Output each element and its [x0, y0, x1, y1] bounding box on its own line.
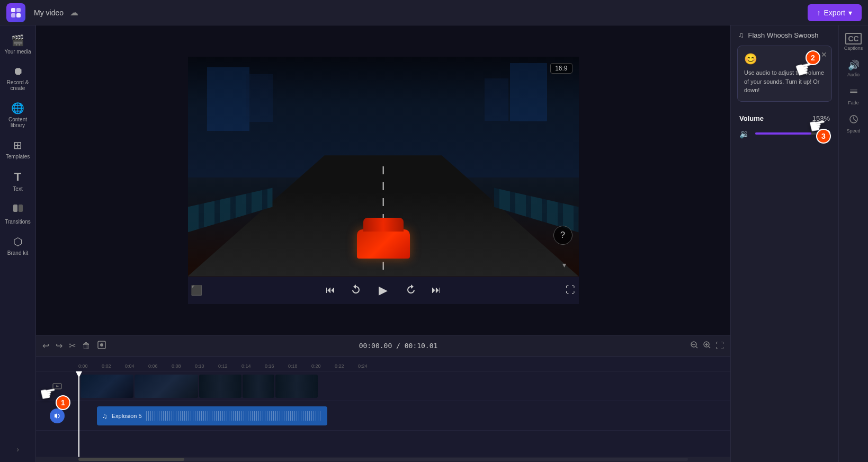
- ruler-mark: 0:06: [148, 363, 172, 369]
- subtitle-toggle-button[interactable]: ⬛: [188, 282, 205, 299]
- video-clip[interactable]: [199, 375, 241, 398]
- tooltip-panel: 😊 Use audio to adjust the volume of your…: [737, 46, 832, 102]
- sidebar-item-content-library[interactable]: 🌐 Content library: [2, 97, 34, 132]
- rewind-button[interactable]: [347, 282, 364, 299]
- save-icon[interactable]: ☁: [70, 7, 78, 17]
- svg-rect-4: [13, 205, 17, 212]
- sidebar-label-transitions: Transitions: [5, 219, 31, 225]
- ruler-mark: 0:18: [288, 363, 311, 369]
- aspect-ratio-badge: 16:9: [550, 63, 572, 74]
- zoom-out-button[interactable]: [690, 341, 699, 351]
- play-button[interactable]: ▶: [373, 280, 394, 301]
- timeline-area: ↩ ↪ ✂ 🗑 00:00.00 / 00:10.01: [36, 335, 730, 462]
- video-clip[interactable]: [275, 375, 318, 398]
- audio-label: Audio: [847, 72, 860, 77]
- playback-controls: ⬛ ⏮ ▶ ⏭ ⛶: [188, 277, 579, 304]
- ruler-mark: 0:24: [358, 363, 381, 369]
- zoom-controls: ⛶: [690, 341, 724, 351]
- ruler-mark: 0:02: [102, 363, 125, 369]
- right-panel-header: ♫ Flash Whoosh Swoosh: [731, 25, 838, 39]
- video-clip[interactable]: [80, 375, 133, 398]
- volume-slider-thumb[interactable]: [823, 130, 830, 137]
- right-rail-speed[interactable]: Speed: [840, 111, 867, 137]
- svg-line-22: [854, 119, 856, 121]
- volume-slider-fill: [755, 132, 811, 135]
- svg-rect-0: [11, 8, 15, 12]
- app-logo: [6, 3, 25, 22]
- right-panel-title: Flash Whoosh Swoosh: [748, 31, 819, 39]
- save-frame-button[interactable]: [97, 340, 106, 352]
- redo-button[interactable]: ↪: [56, 341, 62, 351]
- sidebar-item-your-media[interactable]: 🎬 Your media: [2, 30, 34, 59]
- scrollbar-thumb[interactable]: [78, 458, 184, 461]
- timeline-fullscreen-button[interactable]: ⛶: [715, 341, 724, 351]
- skip-end-button[interactable]: ⏭: [428, 282, 445, 299]
- delete-button[interactable]: 🗑: [82, 341, 91, 351]
- zoom-in-button[interactable]: [703, 341, 711, 351]
- audio-icon: 🔊: [848, 59, 860, 71]
- cut-button[interactable]: ✂: [69, 341, 76, 351]
- sidebar-item-templates[interactable]: ⊞ Templates: [2, 135, 34, 164]
- ruler-mark: 0:16: [265, 363, 288, 369]
- svg-rect-5: [19, 205, 23, 212]
- sidebar-item-record[interactable]: ⏺ Record & create: [2, 61, 34, 95]
- volume-slider[interactable]: [755, 132, 830, 135]
- svg-point-7: [100, 343, 103, 346]
- help-button[interactable]: ?: [553, 226, 572, 245]
- skip-start-button[interactable]: ⏮: [322, 282, 339, 299]
- tooltip-text: Use audio to adjust the volume of your s…: [744, 68, 825, 95]
- ruler-mark: 0:08: [172, 363, 195, 369]
- tooltip-close-button[interactable]: ✕: [821, 50, 827, 59]
- sidebar-label-text: Text: [13, 186, 22, 192]
- svg-marker-16: [56, 385, 59, 387]
- scrollbar-track[interactable]: [78, 458, 688, 461]
- audio-waveform: [146, 411, 322, 421]
- fast-forward-button[interactable]: [402, 282, 419, 299]
- svg-rect-17: [850, 89, 857, 90]
- video-track-content[interactable]: [78, 371, 730, 401]
- fullscreen-button[interactable]: ⛶: [562, 282, 579, 299]
- svg-line-9: [696, 346, 697, 348]
- sidebar-item-brand-kit[interactable]: ⬡ Brand kit: [2, 231, 34, 260]
- your-media-icon: 🎬: [11, 34, 24, 47]
- video-clip[interactable]: [243, 375, 274, 398]
- export-icon: ↑: [817, 8, 821, 17]
- speed-label: Speed: [846, 128, 860, 134]
- center-area: 16:9 ? ▾ ⬛ ⏮ ▶: [36, 25, 730, 462]
- fade-label: Fade: [848, 100, 859, 105]
- brand-kit-icon: ⬡: [13, 235, 22, 248]
- undo-button[interactable]: ↩: [42, 341, 49, 351]
- timeline-tracks: ♫ Explosion 5: [36, 371, 730, 457]
- ruler-mark: 0:00: [78, 363, 102, 369]
- ruler-mark: 0:20: [311, 363, 335, 369]
- video-preview: 16:9 ? ▾ ⬛ ⏮ ▶: [36, 25, 730, 335]
- export-button[interactable]: ↑ Export ▾: [808, 4, 862, 21]
- video-clip[interactable]: [135, 375, 198, 398]
- time-display: 00:00.00 / 00:10.01: [113, 342, 684, 350]
- content-library-icon: 🌐: [11, 102, 24, 114]
- captions-label: Captions: [844, 46, 863, 51]
- audio-track-thumb[interactable]: [50, 408, 65, 423]
- ruler-mark: 0:12: [218, 363, 241, 369]
- right-rail-fade[interactable]: Fade: [840, 83, 867, 109]
- speed-icon: [848, 114, 859, 127]
- timeline-scrollbar[interactable]: [36, 457, 730, 462]
- panel-content: ♫ Flash Whoosh Swoosh 😊 Use audio to adj…: [731, 25, 838, 462]
- svg-line-12: [709, 346, 710, 348]
- sidebar-item-text[interactable]: T Text: [2, 166, 34, 196]
- audio-clip[interactable]: ♫ Explosion 5: [97, 406, 327, 425]
- text-icon: T: [14, 170, 21, 184]
- right-rail-audio[interactable]: 🔊 Audio: [840, 56, 867, 81]
- volume-row: 🔉: [739, 129, 830, 139]
- video-track-row: [36, 371, 730, 401]
- chevron-down-icon[interactable]: ▾: [562, 261, 566, 269]
- transitions-icon: [12, 202, 24, 217]
- sidebar-item-transitions[interactable]: Transitions: [2, 198, 34, 229]
- volume-header: Volume 153%: [739, 114, 830, 122]
- right-rail-captions[interactable]: CC Captions: [840, 30, 867, 54]
- sidebar-expand-arrow[interactable]: ›: [16, 445, 19, 454]
- volume-percent: 153%: [812, 114, 830, 122]
- timeline-ruler: 0:00 0:02 0:04 0:06 0:08 0:10 0:12 0:14 …: [36, 357, 730, 371]
- audio-clip-name: Explosion 5: [112, 413, 142, 419]
- fade-icon: [848, 86, 859, 99]
